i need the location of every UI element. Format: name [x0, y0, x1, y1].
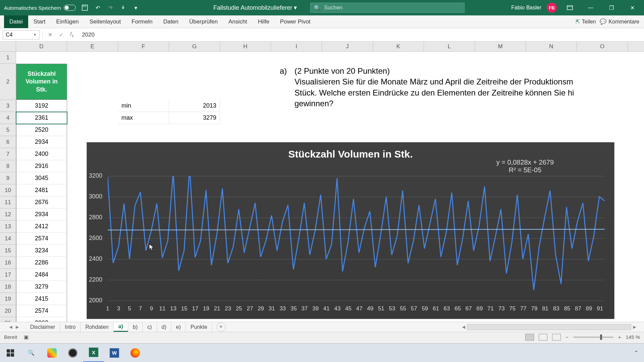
document-title[interactable]: Fallstudie Automobilzulieferer ▾: [213, 4, 297, 11]
app-excel-icon[interactable]: X: [83, 344, 104, 362]
ribbon-tab-start[interactable]: Start: [28, 15, 51, 28]
tray-expand-icon[interactable]: ⌃: [633, 350, 639, 356]
ribbon-tab-einfügen[interactable]: Einfügen: [51, 15, 84, 28]
col-header-E[interactable]: E: [67, 42, 118, 51]
ribbon-tab-power pivot[interactable]: Power Pivot: [275, 15, 316, 28]
ribbon-mode-icon[interactable]: [562, 0, 578, 15]
sheet-tab-disclaimer[interactable]: Disclaimer: [25, 322, 60, 332]
data-cell-d14[interactable]: 2574: [16, 233, 67, 245]
row-header-7[interactable]: 7: [0, 148, 16, 160]
data-cell-d8[interactable]: 2916: [16, 160, 67, 172]
data-cell-d10[interactable]: 2481: [16, 184, 67, 196]
max-label-cell[interactable]: max: [118, 112, 169, 124]
col-header-F[interactable]: F: [118, 42, 169, 51]
sheet-prev-icon[interactable]: ◄: [8, 324, 13, 330]
row-header-10[interactable]: 10: [0, 184, 16, 196]
row-header-13[interactable]: 13: [0, 221, 16, 233]
row-header-19[interactable]: 19: [0, 293, 16, 305]
col-header-K[interactable]: K: [373, 42, 424, 51]
zoom-level[interactable]: 145 %: [626, 334, 640, 340]
sheet-tab-intro[interactable]: Intro: [60, 322, 80, 332]
sheet-tab-c[interactable]: c): [143, 322, 157, 332]
close-icon[interactable]: ✕: [625, 0, 640, 15]
ribbon-tab-daten[interactable]: Daten: [158, 15, 184, 28]
cells-area[interactable]: a) (2 Punkte von 20 Punkten) Visualisier…: [16, 52, 644, 325]
min-label-cell[interactable]: min: [118, 100, 169, 112]
ribbon-tab-hilfe[interactable]: Hilfe: [253, 15, 275, 28]
row-header-8[interactable]: 8: [0, 160, 16, 172]
ribbon-tab-datei[interactable]: Datei: [4, 15, 28, 28]
col-header-L[interactable]: L: [424, 42, 475, 51]
sheet-tab-rohdaten[interactable]: Rohdaten: [80, 322, 113, 332]
search-input[interactable]: 🔍 Suchen: [310, 3, 465, 13]
sheet-tab-a[interactable]: a): [114, 322, 128, 332]
col-header-D[interactable]: D: [16, 42, 67, 51]
fx-icon[interactable]: fx: [70, 31, 74, 38]
sheet-tab-b[interactable]: b): [128, 322, 143, 332]
start-button[interactable]: [0, 344, 21, 362]
data-cell-d7[interactable]: 2400: [16, 148, 67, 160]
row-header-5[interactable]: 5: [0, 124, 16, 136]
app-firefox-icon[interactable]: [125, 344, 146, 362]
max-value-cell[interactable]: 3279: [169, 112, 220, 124]
row-header-18[interactable]: 18: [0, 281, 16, 293]
redo-icon[interactable]: ↷: [107, 4, 114, 11]
sheet-tab-d[interactable]: d): [157, 322, 171, 332]
view-normal-icon[interactable]: [525, 334, 534, 341]
row-header-1[interactable]: 1: [0, 52, 16, 64]
hscroll-right-icon[interactable]: ►: [632, 324, 637, 330]
ribbon-tab-ansicht[interactable]: Ansicht: [223, 15, 253, 28]
comments-button[interactable]: 💬Kommentare: [600, 18, 639, 25]
row-header-11[interactable]: 11: [0, 196, 16, 208]
col-header-H[interactable]: H: [220, 42, 271, 51]
min-value-cell[interactable]: 2013: [169, 100, 220, 112]
zoom-out-icon[interactable]: −: [566, 334, 569, 340]
data-cell-d9[interactable]: 3045: [16, 172, 67, 184]
data-cell-d4[interactable]: 2361: [16, 112, 67, 124]
data-cell-d17[interactable]: 2484: [16, 269, 67, 281]
data-cell-d18[interactable]: 3279: [16, 281, 67, 293]
header-cell-stueckzahl[interactable]: StückzahlVolumen inStk.: [16, 64, 67, 100]
app-obs-icon[interactable]: [62, 344, 83, 362]
data-cell-d5[interactable]: 2520: [16, 124, 67, 136]
ribbon-tab-überprüfen[interactable]: Überprüfen: [184, 15, 223, 28]
row-header-15[interactable]: 15: [0, 245, 16, 257]
save-icon[interactable]: [81, 4, 89, 11]
view-page-layout-icon[interactable]: [539, 334, 547, 341]
row-header-3[interactable]: 3: [0, 100, 16, 112]
view-page-break-icon[interactable]: [552, 334, 561, 341]
share-button[interactable]: ⇱Teilen: [576, 18, 596, 25]
sheet-tab-punkte[interactable]: Punkte: [186, 322, 212, 332]
col-header-J[interactable]: J: [322, 42, 373, 51]
data-cell-d11[interactable]: 2676: [16, 196, 67, 208]
sheet-next-icon[interactable]: ►: [15, 324, 20, 330]
row-header-17[interactable]: 17: [0, 269, 16, 281]
undo-icon[interactable]: ↶: [94, 4, 101, 11]
chart[interactable]: Stückzahl Volumen in Stk. y = 0,0828x + …: [87, 142, 614, 319]
maximize-icon[interactable]: ❐: [604, 0, 619, 15]
data-cell-d13[interactable]: 2412: [16, 221, 67, 233]
app-paint-icon[interactable]: [42, 344, 62, 362]
data-cell-d12[interactable]: 2934: [16, 208, 67, 221]
data-cell-d3[interactable]: 3192: [16, 100, 67, 112]
col-header-I[interactable]: I: [271, 42, 322, 51]
macro-record-icon[interactable]: ▣: [24, 334, 29, 340]
zoom-in-icon[interactable]: +: [618, 334, 621, 340]
row-header-6[interactable]: 6: [0, 136, 16, 148]
row-header-2[interactable]: 2: [0, 64, 16, 100]
touch-mode-icon[interactable]: [119, 4, 127, 11]
horizontal-scrollbar[interactable]: [467, 324, 631, 330]
col-header-M[interactable]: M: [475, 42, 526, 51]
accept-formula-icon[interactable]: ✓: [59, 32, 63, 38]
name-box[interactable]: C4 ▼: [3, 30, 40, 40]
cancel-formula-icon[interactable]: ✕: [48, 32, 52, 38]
app-word-icon[interactable]: W: [104, 344, 125, 362]
toggle-switch[interactable]: [64, 5, 76, 11]
row-header-9[interactable]: 9: [0, 172, 16, 184]
col-header-N[interactable]: N: [526, 42, 577, 51]
row-header-16[interactable]: 16: [0, 257, 16, 269]
row-header-4[interactable]: 4: [0, 112, 16, 124]
ribbon-tab-formeln[interactable]: Formeln: [126, 15, 158, 28]
sheet-tab-e[interactable]: e): [171, 322, 186, 332]
zoom-slider[interactable]: [573, 337, 613, 338]
